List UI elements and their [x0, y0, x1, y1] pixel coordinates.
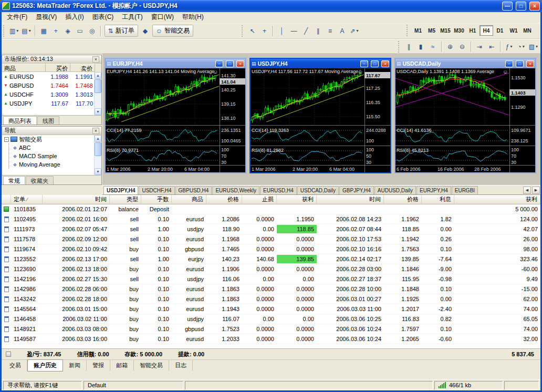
new-chart-button[interactable]: ▥▾	[8, 25, 20, 37]
chart-tab[interactable]: EURUSD,H4	[260, 186, 297, 194]
column-header[interactable]: 时间	[43, 195, 110, 204]
candlestick-chart-button[interactable]: ▮	[415, 40, 427, 53]
history-row[interactable]: 11489212006.03.03 08:00buy0.10gbpusd1.75…	[2, 324, 540, 334]
collapse-icon[interactable]: −	[4, 137, 9, 142]
tree-node-expert-advisors[interactable]: −智能交易	[2, 135, 101, 143]
chart-minimize-button[interactable]: −	[505, 60, 513, 67]
zoom-out-button[interactable]: ⊖	[456, 40, 468, 53]
timeframe-h1-button[interactable]: H1	[466, 25, 480, 36]
periods-button[interactable]: ◔▾	[515, 40, 527, 53]
navigator-button[interactable]: ◈	[62, 25, 74, 37]
column-symbol[interactable]: 商品	[2, 64, 46, 72]
chart-window-titlebar[interactable]: ▤EURJPY,H4−□×	[106, 59, 245, 68]
close-icon[interactable]: ×	[92, 56, 99, 63]
chart-tab[interactable]: EURJPY,H4	[416, 186, 451, 194]
timeframe-d1-button[interactable]: D1	[493, 25, 507, 36]
market-watch-scrollbar[interactable]: ▲ ▼	[94, 72, 101, 115]
indicators-button[interactable]: ƒ▾	[503, 40, 515, 53]
chart-plot[interactable]: USDCAD,Daily 1.1391 1.1408 1.1369 Averag…	[395, 68, 535, 172]
chart-tab[interactable]: USDCAD,Daily	[297, 186, 339, 194]
quote-row[interactable]: ▲EURUSD1.19881.1991	[2, 72, 95, 81]
window-close-button[interactable]: ×	[529, 2, 540, 11]
history-row[interactable]: 11196742006.02.10 09:42buy0.10gbpusd1.74…	[2, 244, 540, 254]
menu-item[interactable]: 插入(I)	[61, 12, 88, 23]
terminal-tab[interactable]: 账户历史	[27, 359, 63, 372]
timeframe-m15-button[interactable]: M15	[439, 25, 452, 36]
chart-maximize-button[interactable]: □	[371, 60, 379, 67]
chart-canvas[interactable]: EURJPY,H4 141.26 141.13 141.04 Moving Av…	[106, 68, 245, 172]
menu-item[interactable]: 文件(F)	[3, 12, 32, 23]
timeframe-h4-button[interactable]: H4	[480, 25, 493, 36]
terminal-tab[interactable]: 邮箱	[110, 360, 134, 371]
close-icon[interactable]: ×	[92, 128, 99, 134]
chart-minimize-button[interactable]: −	[215, 60, 223, 67]
menu-item[interactable]: 图表(C)	[88, 12, 118, 23]
window-titlebar[interactable]: 125063: MetaTrader ?Forex Ltd. - 模拟帐户 - …	[0, 0, 542, 12]
scrollbar-track[interactable]	[95, 79, 101, 108]
market-watch-button[interactable]: ▦	[38, 25, 50, 37]
navigator-tab[interactable]: 常规	[3, 176, 25, 184]
metaeditor-button[interactable]: ◆	[139, 25, 151, 37]
quote-row[interactable]: ▲USDJPY117.67117.70	[2, 99, 95, 108]
trendline-button[interactable]: ╱	[300, 25, 312, 37]
scrollbar-thumb[interactable]	[95, 79, 101, 93]
chart-close-button[interactable]: ×	[236, 60, 244, 67]
text-button[interactable]: A	[336, 25, 348, 37]
terminal-tab[interactable]: 日志	[169, 360, 193, 371]
scroll-left-icon[interactable]: ◀	[523, 187, 531, 194]
history-row[interactable]: 11429862006.02.28 06:00buy0.10eurusd1.18…	[2, 284, 540, 294]
menu-item[interactable]: 工具(T)	[118, 12, 147, 23]
profiles-button[interactable]: ▤▾	[20, 25, 32, 37]
timeframe-m1-button[interactable]: M1	[411, 25, 425, 36]
history-row[interactable]: 11235522006.02.13 17:00sell1.00eurjpy140…	[2, 254, 540, 264]
menu-item[interactable]: 窗口(W)	[147, 12, 178, 23]
toolbar-grip[interactable]	[242, 25, 244, 37]
chart-window-titlebar[interactable]: ▤USDCAD,Daily−□×	[395, 59, 535, 68]
market-watch-tab[interactable]: 商品列表	[3, 116, 37, 125]
column-header[interactable]: 商品	[172, 195, 206, 204]
scroll-down-icon[interactable]: ▼	[95, 108, 101, 115]
scroll-down-icon[interactable]: ▼	[95, 168, 101, 175]
toolbar-grip[interactable]	[3, 25, 6, 37]
scroll-right-icon[interactable]: ▶	[532, 187, 540, 194]
chart-close-button[interactable]: ×	[526, 60, 534, 67]
menu-item[interactable]: 帮助(H)	[178, 12, 208, 23]
history-row[interactable]: 11464582006.03.02 11:00buy0.10usdjpy116.…	[2, 314, 540, 324]
column-header[interactable]: 止损	[242, 195, 277, 204]
scrollbar-track[interactable]	[95, 142, 101, 168]
timeframe-m5-button[interactable]: M5	[425, 25, 439, 36]
terminal-tab[interactable]: 新闻	[63, 360, 87, 371]
column-header[interactable]: 获利	[277, 195, 317, 204]
navigator-scrollbar[interactable]: ▲ ▼	[94, 135, 101, 175]
chart-plot[interactable]: USDJPY,H4 117.56 117.72 117.67 Moving Av…	[251, 68, 390, 172]
scroll-up-icon[interactable]: ▲	[95, 72, 101, 79]
chart-maximize-button[interactable]: □	[516, 60, 524, 67]
expert-advisors-button[interactable]: ☺智能交易	[152, 25, 193, 37]
history-row[interactable]: 11236902006.02.13 18:00buy0.10eurusd1.19…	[2, 264, 540, 274]
fibonacci-button[interactable]: ≡	[324, 25, 336, 37]
column-header[interactable]: 获利	[454, 195, 540, 204]
templates-button[interactable]: ▧▾	[527, 40, 539, 53]
history-row[interactable]: 11432422006.02.28 18:00buy0.10eurusd1.18…	[2, 294, 540, 304]
history-row[interactable]: 11495872006.03.03 16:00buy0.10eurusd1.20…	[2, 334, 540, 344]
horizontal-line-button[interactable]: —	[288, 25, 300, 37]
chart-tab[interactable]: USDCHF,H4	[139, 186, 174, 194]
chart-canvas[interactable]: USDCAD,Daily 1.1391 1.1408 1.1369 Averag…	[395, 68, 535, 172]
market-watch-tab[interactable]: 线图	[37, 116, 59, 125]
column-header[interactable]: 价格	[206, 195, 242, 204]
cursor-button[interactable]: ↖	[246, 25, 258, 37]
column-header[interactable]: 利息	[422, 195, 454, 204]
scrollbar-thumb[interactable]	[95, 142, 101, 156]
arrows-button[interactable]: ⇗▾	[348, 25, 360, 37]
new-order-button[interactable]: ⇅新订单	[105, 25, 138, 37]
history-row[interactable]: 11175782006.02.09 12:00sell0.10eurusd1.1…	[2, 234, 540, 244]
zoom-in-button[interactable]: ⊕	[444, 40, 456, 53]
terminal-button[interactable]: ▭	[74, 25, 86, 37]
data-window-button[interactable]: +	[50, 25, 62, 37]
auto-scroll-button[interactable]: ⇥	[474, 40, 486, 53]
vertical-line-button[interactable]: │	[276, 25, 288, 37]
timeframe-mn-button[interactable]: MN	[520, 25, 534, 36]
equidistant-channel-button[interactable]: ∥	[312, 25, 324, 37]
history-row[interactable]: 11018352006.02.01 12:07balanceDeposit5 0…	[2, 204, 540, 214]
column-bid[interactable]: 买价	[46, 64, 70, 72]
